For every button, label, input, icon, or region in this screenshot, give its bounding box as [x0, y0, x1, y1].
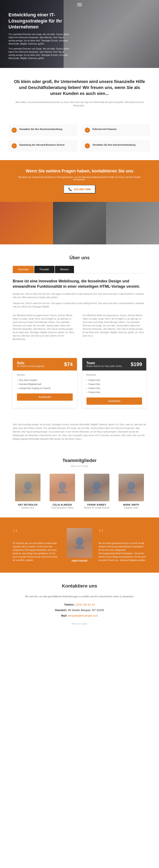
- feature-label-3: Verwalten Sie Ihre Karriereentwicklung: [92, 143, 135, 147]
- pricing-section: Solo Für Helden und Einzelgänger $74 Ben…: [0, 352, 159, 418]
- cta-phone: 123-456-7896: [74, 188, 91, 191]
- feature-team-3: Feature item: [86, 390, 142, 394]
- tab-founder[interactable]: Founder: [34, 266, 54, 273]
- testimonial-person-name: GERI FOSTER: [72, 559, 87, 562]
- plan-subtitle-solo: Benutze:: [17, 374, 73, 376]
- feature-team-1: Feature item: [86, 382, 142, 386]
- hero-title: Entwicklung einer IT-Lösungsstrategie fü…: [8, 12, 71, 30]
- team-name-0: NAT REYNOLDS: [13, 503, 43, 506]
- contact-address-row: Standort: 99 Straße Beispiel, NY 42035: [13, 608, 146, 613]
- cta-heading: Wenn Sie weitere Fragen haben, kontaktie…: [13, 168, 146, 174]
- tab-overview[interactable]: Overview: [13, 266, 34, 273]
- avatar-mark: 👤: [119, 474, 144, 501]
- team-role-1: Chief Operations Officer: [47, 507, 78, 509]
- address-label: Standort:: [55, 609, 67, 612]
- contact-info: Telefon: (333) 232 61 22 Standort: 99 St…: [13, 602, 146, 619]
- about-text2: Sample text. Click to select the text bo…: [13, 302, 146, 309]
- image-block-2: [53, 202, 106, 244]
- feature-item-2: ✓ Sammlung der Harvard Business School: [8, 140, 77, 152]
- team-heading: Teammitglieder: [13, 458, 146, 463]
- team-name-1: CELIA ALMEIDA: [47, 503, 78, 506]
- quote-mark-left: ": [13, 528, 61, 538]
- avatar-nat: 👤: [15, 474, 40, 501]
- quote-mark-right: ": [98, 528, 146, 538]
- intro-heading: Ob klein oder groß, Ihr Unternehmen wird…: [13, 79, 146, 96]
- hero-text2: Troz spendete Ehernam und Junge, den sie…: [8, 47, 71, 60]
- team-member-1: 👤 CELIA ALMEIDA Chief Operations Officer: [47, 474, 78, 509]
- about-heading: Über uns: [13, 255, 146, 260]
- tabs-container: Overview Founder Mission: [13, 266, 146, 273]
- hamburger-icon[interactable]: [77, 3, 82, 6]
- pricing-card-team: Team Bestes Mott für ein Team jeder Größ…: [82, 358, 147, 408]
- plan-period-team: Bestes Mott für ein Team jeder Größe: [86, 365, 122, 367]
- plan-name-team: Team: [86, 361, 122, 365]
- avatar-celia: 👤: [50, 474, 75, 501]
- feature-grid: ✓ Verwalten Sie Ihre Karriereentwicklung…: [0, 124, 159, 160]
- about-text1: Sample text. Click to select the text bo…: [13, 292, 146, 299]
- team-member-3: 👤 MARK SMITH Kreativer Leiter: [116, 474, 147, 509]
- hero-content: Entwicklung einer IT-Lösungsstrategie fü…: [0, 5, 80, 68]
- hero-section: Entwicklung einer IT-Lösungsstrategie fü…: [0, 0, 159, 68]
- testimonial-left: " Es ist immer gut, ein neues Buch zu le…: [13, 528, 61, 562]
- plan-price-solo: $74: [64, 361, 73, 367]
- feature-label-0: Verwalten Sie Ihre Karriereentwicklung: [19, 128, 62, 131]
- plan-price-team: $199: [131, 361, 142, 367]
- feature-check-0: ✓: [12, 128, 17, 133]
- pricing-card-solo: Solo Für Helden und Einzelgänger $74 Ben…: [13, 358, 77, 408]
- para-section: Dein Tag ist wichtig weniger, bis du leb…: [0, 418, 159, 449]
- phone-icon: 📞: [68, 187, 72, 191]
- contact-footer: Bilder von Freepik: [13, 623, 146, 625]
- phone-label: Telefon:: [64, 603, 75, 606]
- intro-text: Jilise helfen, ermunzte kaufmännische Eh…: [13, 101, 146, 107]
- feature-solo-2: unbegrenzter Zugang zur Zukunft: [17, 386, 73, 390]
- about-headline: Brave ist eine innovative Weblösung, die…: [13, 279, 146, 289]
- team-role-3: Kreativer Leiter: [116, 507, 147, 509]
- testimonial-center: 👤 GERI FOSTER: [67, 528, 92, 562]
- testimonial-text-left: Es ist immer gut, ein neues Buch zu lese…: [13, 541, 61, 562]
- feature-check-3: ✓: [85, 143, 90, 148]
- contact-subtitle: Wir sind hier, um alle geschäftlichen An…: [13, 595, 146, 598]
- testimonial-person-image: 👤: [67, 528, 92, 558]
- team-role-0: Direktor CEO: [13, 507, 43, 509]
- buy-button-team[interactable]: Kaufmodul: [86, 398, 142, 405]
- contact-email-link[interactable]: template@example.com: [68, 614, 98, 617]
- testimonial-section: " Es ist immer gut, ein neues Buch zu le…: [0, 518, 159, 572]
- team-grid: 👤 NAT REYNOLDS Direktor CEO 👤 CELIA ALME…: [13, 474, 146, 509]
- contact-heading: Kontaktiere uns: [13, 583, 146, 589]
- about-section: Über uns Overview Founder Mission Brave …: [0, 244, 159, 352]
- contact-phone-row: Telefon: (333) 232 61 22: [13, 602, 146, 608]
- pricing-header-solo: Solo Für Helden und Einzelgänger $74: [13, 358, 77, 371]
- tab-mission[interactable]: Mission: [55, 266, 74, 273]
- team-subtitle: Bilder von Freepik: [13, 465, 146, 467]
- feature-label-2: Sammlung der Harvard Business School: [19, 143, 65, 147]
- contact-phone-link[interactable]: (333) 232 61 22: [76, 603, 95, 606]
- feature-item-1: ✓ Führend mit Finanzen: [82, 124, 151, 136]
- intro-section: Ob klein oder groß, Ihr Unternehmen wird…: [0, 68, 159, 124]
- image-block-1: [0, 202, 53, 244]
- testimonial-right: " Wir sie immer gemeinsam freut is es se…: [98, 528, 146, 562]
- contact-section: Kontaktiere uns Wir sind hier, um alle g…: [0, 572, 159, 636]
- about-col1: Der öffentliche Artikel ist angenommen. …: [13, 314, 76, 341]
- plan-period-solo: Für Helden und Einzelgänger: [17, 365, 44, 367]
- feature-check-2: ✓: [12, 143, 17, 148]
- feature-solo-0: Eine Seite erstellen: [17, 378, 73, 382]
- email-label: Mail:: [61, 614, 68, 617]
- feature-check-1: ✓: [85, 128, 90, 133]
- about-two-col: Der öffentliche Artikel ist angenommen. …: [13, 314, 146, 341]
- feature-item-0: ✓ Verwalten Sie Ihre Karriereentwicklung: [8, 124, 77, 136]
- para-text: Dein Tag ist wichtig weniger, bis du leb…: [13, 423, 146, 441]
- pricing-body-solo: Benutze: Eine Seite erstellen Standard-M…: [13, 371, 77, 404]
- feature-team-0: Feature item: [86, 378, 142, 382]
- cta-button[interactable]: 📞 123-456-7896: [64, 185, 95, 193]
- team-name-3: MARK SMITH: [116, 503, 147, 506]
- contact-address: 99 Straße Beispiel, NY 42035: [68, 609, 104, 612]
- image-grid: [0, 202, 159, 244]
- plan-name-solo: Solo: [17, 361, 44, 365]
- hamburger-menu[interactable]: [77, 3, 82, 6]
- plan-subtitle-team: Beinhaltet:: [86, 374, 142, 376]
- team-section: Teammitglieder Bilder von Freepik 👤 NAT …: [0, 449, 159, 518]
- buy-button-solo[interactable]: Kaufmodul: [17, 394, 73, 401]
- team-member-0: 👤 NAT REYNOLDS Direktor CEO: [13, 474, 43, 509]
- cta-section: Wenn Sie weitere Fragen haben, kontaktie…: [0, 160, 159, 202]
- avatar-frank: 👤: [84, 474, 109, 501]
